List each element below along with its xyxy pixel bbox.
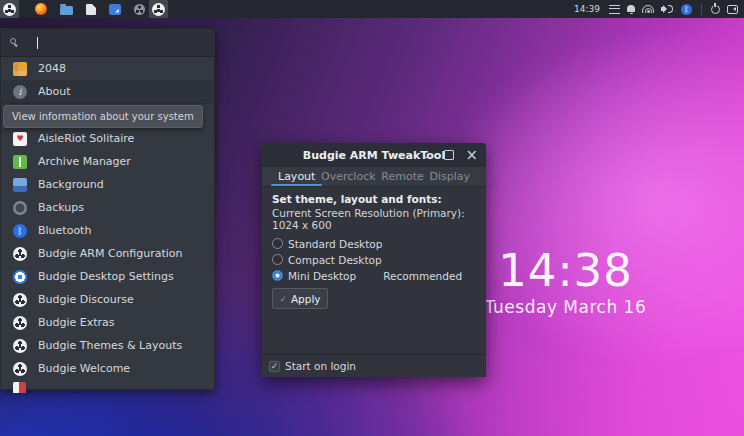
- tab-bar: LayoutOverclockRemoteDisplay: [262, 167, 486, 187]
- menu-item-backups[interactable]: Backups: [1, 196, 214, 219]
- tab-layout[interactable]: Layout: [276, 167, 317, 186]
- menu-item-label: Budgie Desktop Settings: [38, 270, 174, 283]
- check-icon: [279, 294, 287, 304]
- text-editor-icon[interactable]: [86, 4, 96, 15]
- menu-search-row[interactable]: [1, 29, 214, 57]
- game-2048-icon: [13, 62, 27, 76]
- maximize-icon[interactable]: [444, 150, 454, 160]
- desktop-clock: 14:38 Tuesday March 16: [468, 248, 663, 317]
- menu-item-about[interactable]: About: [1, 80, 214, 103]
- about-info-icon: [13, 85, 27, 99]
- search-input[interactable]: [27, 36, 187, 49]
- radio-label: Mini Desktop: [288, 270, 356, 282]
- start-on-login-checkbox[interactable]: [269, 361, 280, 372]
- menu-item-archive-manager[interactable]: Archive Manager: [1, 150, 214, 173]
- panel-separator: [701, 4, 702, 15]
- budgie-icon: [13, 316, 27, 330]
- resolution-label: Current Screen Resolution (Primary): 102…: [272, 207, 476, 231]
- titlebar[interactable]: Budgie ARM TweakTool: [262, 143, 486, 167]
- budgie-icon: [13, 362, 27, 376]
- taskbar: [0, 0, 168, 18]
- menu-item-background[interactable]: Background: [1, 173, 214, 196]
- firefox-icon[interactable]: [35, 3, 47, 15]
- menu-item-label: Backups: [38, 201, 84, 214]
- menu-item-budgie-welcome[interactable]: Budgie Welcome: [1, 357, 214, 380]
- radio-row-mini-desktop[interactable]: Mini DesktopRecommended: [272, 268, 476, 283]
- power-icon[interactable]: [711, 5, 720, 14]
- solitaire-icon: [13, 132, 27, 146]
- backups-icon: [13, 201, 27, 215]
- bluetooth-icon: [13, 224, 27, 238]
- radio-note: Recommended: [383, 270, 462, 282]
- apply-button-label: Apply: [291, 293, 321, 305]
- menu-app-list: AisleRiot SolitaireArchive ManagerBackgr…: [1, 104, 214, 380]
- menu-item-aisleriot-solitaire[interactable]: AisleRiot Solitaire: [1, 127, 214, 150]
- budgie-menu-icon: [3, 3, 16, 16]
- radio-button[interactable]: [272, 254, 283, 265]
- top-panel: 14:39 ᛒ: [0, 0, 744, 18]
- menu-item-label: Bluetooth: [38, 224, 91, 237]
- clock-date: Tuesday March 16: [468, 297, 663, 317]
- close-icon[interactable]: [465, 150, 478, 160]
- radio-row-compact-desktop[interactable]: Compact Desktop: [272, 252, 476, 267]
- start-on-login-label: Start on login: [285, 360, 356, 372]
- menu-item-label: About: [38, 85, 71, 98]
- radio-label: Compact Desktop: [288, 254, 382, 266]
- dialog-body: Set theme, layout and fonts: Current Scr…: [262, 187, 486, 354]
- budgie-app-icon[interactable]: [134, 4, 145, 15]
- menu-item-budgie-themes-layouts[interactable]: Budgie Themes & Layouts: [1, 334, 214, 357]
- tweaktool-task-icon: [152, 3, 165, 16]
- bluetooth-status-icon[interactable]: ᛒ: [681, 4, 692, 15]
- volume-icon[interactable]: [661, 4, 674, 14]
- notifications-icon[interactable]: [627, 5, 635, 12]
- menu-item-label: AisleRiot Solitaire: [38, 132, 134, 145]
- budgie-icon: [13, 247, 27, 261]
- menu-item-label: 2048: [38, 62, 66, 75]
- tray-expander-icon[interactable]: [727, 5, 738, 14]
- archive-icon: [13, 155, 27, 169]
- menu-item-label: Budgie Welcome: [38, 362, 130, 375]
- minimize-icon[interactable]: [423, 150, 433, 160]
- radio-button[interactable]: [272, 270, 283, 281]
- menu-item-label: Budgie ARM Configuration: [38, 247, 183, 260]
- budgie-menu-button[interactable]: [0, 0, 19, 18]
- tab-overclock[interactable]: Overclock: [319, 167, 377, 186]
- status-menu-icon[interactable]: [609, 5, 620, 14]
- menu-item-bluetooth[interactable]: Bluetooth: [1, 219, 214, 242]
- radio-row-standard-desktop[interactable]: Standard Desktop: [272, 236, 476, 251]
- text-caret: [37, 37, 38, 49]
- tweaktool-task-button[interactable]: [149, 0, 168, 18]
- desktop-mode-radio-group: Standard DesktopCompact DesktopMini Desk…: [272, 236, 476, 283]
- menu-item-label: Budgie Discourse: [38, 293, 134, 306]
- menu-item-budgie-discourse[interactable]: Budgie Discourse: [1, 288, 214, 311]
- menu-item-budgie-extras[interactable]: Budgie Extras: [1, 311, 214, 334]
- budgie-icon: [13, 293, 27, 307]
- search-icon: [10, 38, 19, 47]
- tweaktool-window: Budgie ARM TweakTool LayoutOverclockRemo…: [262, 143, 486, 377]
- code-window-icon[interactable]: [109, 4, 121, 15]
- panel-clock[interactable]: 14:39: [574, 4, 600, 14]
- menu-item-label: Budgie Themes & Layouts: [38, 339, 182, 352]
- background-icon: [13, 178, 27, 192]
- radio-label: Standard Desktop: [288, 238, 382, 250]
- clipped-menu-item[interactable]: [1, 380, 214, 393]
- app-menu: 2048About AisleRiot SolitaireArchive Man…: [0, 28, 215, 390]
- file-manager-icon[interactable]: [60, 6, 73, 15]
- menu-item-2048[interactable]: 2048: [1, 57, 214, 80]
- radio-button[interactable]: [272, 238, 283, 249]
- dialog-footer: Start on login: [262, 354, 486, 377]
- menu-item-label: Background: [38, 178, 104, 191]
- menu-item-budgie-arm-configuration[interactable]: Budgie ARM Configuration: [1, 242, 214, 265]
- about-tooltip: View information about your system: [3, 105, 203, 128]
- budgie-icon: [13, 339, 27, 353]
- tab-remote[interactable]: Remote: [379, 167, 425, 186]
- apply-button[interactable]: Apply: [272, 288, 328, 309]
- budgie-settings-icon: [13, 270, 27, 284]
- tab-display[interactable]: Display: [427, 167, 472, 186]
- status-area: 14:39 ᛒ: [574, 0, 744, 18]
- menu-item-budgie-desktop-settings[interactable]: Budgie Desktop Settings: [1, 265, 214, 288]
- clock-time: 14:38: [468, 248, 663, 293]
- wifi-icon[interactable]: [642, 5, 654, 13]
- menu-pinned-section: 2048About: [1, 57, 214, 103]
- menu-item-label: Archive Manager: [38, 155, 131, 168]
